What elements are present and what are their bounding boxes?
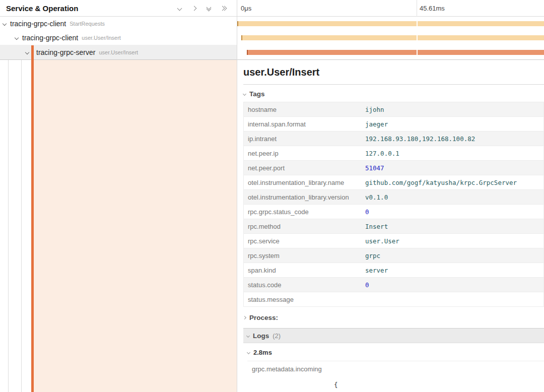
log-entry: 2.8ms grpc.metadata.incoming { ":authori… [243, 343, 544, 392]
span-operation-name: user.User/Insert [82, 35, 121, 41]
chevron-right-icon [243, 316, 246, 319]
tag-key: internal.span.format [244, 120, 362, 128]
tag-row: span.kind server [244, 263, 543, 278]
expand-one-chevron-right-icon[interactable] [190, 5, 197, 12]
log-entry-header[interactable]: 2.8ms [247, 343, 544, 361]
tag-row: hostname ijohn [244, 102, 543, 117]
chevron-down-icon [247, 351, 250, 354]
tag-key: net.peer.ip [244, 150, 362, 157]
tag-row: net.peer.ip 127.0.0.1 [244, 146, 543, 161]
span-bars-area [237, 17, 544, 60]
chevron-down-icon [243, 92, 246, 96]
tag-row: otel.instrumentation_library.name github… [244, 175, 543, 190]
tag-key: rpc.grpc.status_code [244, 208, 362, 216]
tag-value: 192.168.93.180,192.168.100.82 [362, 135, 543, 143]
tag-row: net.peer.port 51047 [244, 161, 543, 175]
log-timestamp: 2.8ms [253, 349, 272, 356]
logs-section-label: Logs [253, 332, 269, 340]
span-service-name: tracing-grpc-client [10, 20, 66, 28]
timeline-gridline [417, 0, 417, 17]
tags-table: hostname ijohn internal.span.format jaeg… [243, 102, 544, 307]
tag-value: jaeger [362, 120, 543, 128]
tree-controls [176, 5, 227, 12]
tag-row: rpc.service user.User [244, 234, 543, 248]
json-open-brace: { [334, 381, 444, 389]
timeline-tick-start: 0μs [241, 5, 251, 12]
span-operation-name: user.User/Insert [99, 49, 138, 55]
detail-row-left-background [0, 60, 237, 392]
tag-row: otel.instrumentation_library.version v0.… [244, 190, 543, 205]
tag-value: github.com/gogf/katyusha/krpc.GrpcServer [362, 179, 543, 186]
tag-key: otel.instrumentation_library.version [244, 193, 362, 201]
tag-value: 127.0.0.1 [362, 150, 543, 157]
tags-section-header[interactable]: Tags [243, 90, 544, 98]
tag-key: ip.intranet [244, 135, 362, 143]
tag-row: rpc.system grpc [244, 248, 543, 263]
timeline-gridline-overlay [417, 17, 418, 59]
tag-key: net.peer.port [244, 164, 362, 172]
tag-row: rpc.method Insert [244, 219, 543, 234]
span-row-client-startrequests[interactable]: tracing-grpc-client StartRequests [0, 17, 237, 31]
tag-value: 0 [362, 281, 543, 289]
selected-span-tinted-area [34, 60, 237, 392]
timeline-ruler: 0μs 45.61ms [237, 0, 544, 17]
tag-key: rpc.service [244, 237, 362, 245]
log-field-key: grpc.metadata.incoming [252, 365, 334, 392]
span-operation-name: StartRequests [70, 21, 105, 27]
collapse-one-chevron-down-icon[interactable] [176, 5, 183, 12]
tag-key: span.kind [244, 267, 362, 274]
timeline-tick-end: 45.61ms [420, 5, 445, 12]
tag-value: v0.1.0 [362, 193, 543, 201]
span-service-name: tracing-grpc-server [36, 48, 95, 56]
tag-key: rpc.method [244, 223, 362, 230]
span-detail-title: user.User/Insert [243, 60, 544, 85]
tag-row: status.message [244, 292, 543, 307]
tag-value: user.User [362, 237, 543, 245]
logs-count-badge: (2) [273, 332, 281, 340]
tag-row: ip.intranet 192.168.93.180,192.168.100.8… [244, 132, 543, 146]
tag-row: rpc.grpc.status_code 0 [244, 205, 543, 219]
service-operation-panel: Service & Operation tracing-grpc-client … [0, 0, 237, 392]
chevron-down-icon[interactable] [14, 36, 20, 39]
tag-key: status.code [244, 281, 362, 289]
service-operation-title: Service & Operation [6, 4, 176, 13]
tag-key: hostname [244, 106, 362, 113]
tag-key: otel.instrumentation_library.name [244, 179, 362, 186]
chevron-down-icon[interactable] [2, 22, 8, 25]
tag-key: status.message [244, 296, 362, 303]
selected-span-accent-bar [31, 45, 34, 392]
chevron-down-icon [246, 334, 250, 337]
log-field-row: grpc.metadata.incoming { ":authority": "… [247, 361, 544, 392]
span-detail-panel: user.User/Insert Tags hostname ijohn int… [237, 60, 544, 392]
tags-section-label: Tags [249, 90, 265, 98]
log-field-json-value: { ":authority": ":8000", "baggage": "uid… [334, 365, 444, 392]
tag-value: 0 [362, 208, 543, 216]
chevron-down-icon[interactable] [24, 51, 30, 54]
span-row-client-insert[interactable]: tracing-grpc-client user.User/Insert [0, 31, 237, 45]
tag-key: rpc.system [244, 252, 362, 259]
tag-value: 51047 [362, 164, 543, 172]
tag-row: status.code 0 [244, 278, 543, 292]
logs-section-header[interactable]: Logs (2) [243, 328, 544, 343]
span-service-name: tracing-grpc-client [22, 34, 78, 42]
tag-value: ijohn [362, 106, 543, 113]
tag-value: grpc [362, 252, 543, 259]
tag-value: server [362, 267, 543, 274]
process-section-label: Process: [249, 314, 278, 321]
tag-value: Insert [362, 223, 543, 230]
tree-indent-guide [21, 60, 22, 392]
panel-divider[interactable] [237, 0, 237, 392]
service-operation-header: Service & Operation [0, 0, 237, 17]
span-bar-server-insert[interactable] [247, 50, 544, 55]
collapse-all-double-chevron-down-icon[interactable] [205, 5, 212, 12]
expand-all-double-chevron-right-icon[interactable] [220, 5, 227, 12]
tag-row: internal.span.format jaeger [244, 117, 543, 132]
process-section-header[interactable]: Process: [243, 314, 544, 321]
span-bar-client-insert[interactable] [241, 35, 544, 40]
span-row-server-insert-selected[interactable]: tracing-grpc-server user.User/Insert [0, 45, 237, 60]
tree-indent-guide [8, 60, 9, 392]
span-bar-client-startrequests[interactable] [237, 21, 544, 26]
jaeger-trace-timeline-view: Service & Operation tracing-grpc-client … [0, 0, 544, 392]
